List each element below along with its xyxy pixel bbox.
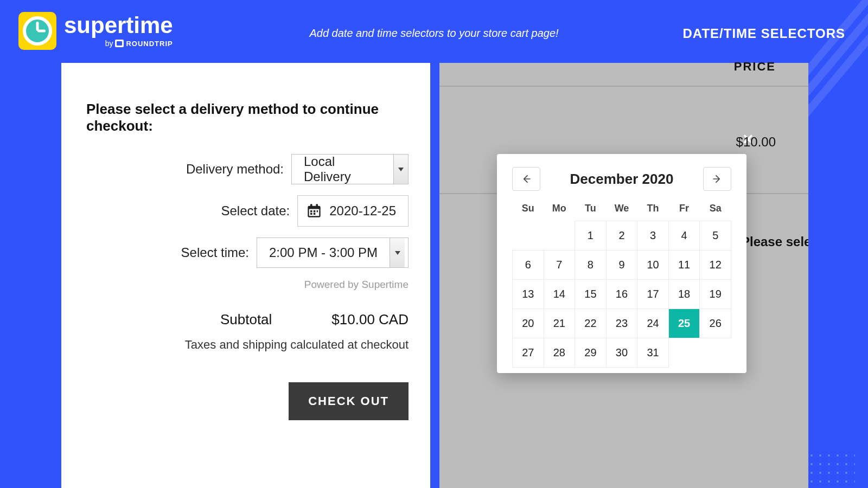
select-time-row: Select time: 2:00 PM - 3:00 PM <box>83 237 409 268</box>
date-picker-popover: December 2020 SuMoTuWeThFrSa 12345678910… <box>497 154 746 373</box>
calendar-day[interactable]: 13 <box>513 280 544 309</box>
taxes-note: Taxes and shipping calculated at checkou… <box>83 338 409 352</box>
next-month-button[interactable] <box>703 167 731 191</box>
truncated-prompt: Please sele <box>741 234 808 249</box>
calendar-day[interactable]: 7 <box>544 251 575 280</box>
calendar-day[interactable]: 24 <box>637 309 669 338</box>
calendar-day[interactable]: 11 <box>668 251 700 280</box>
app-header: supertime by ROUNDTRIP Add date and time… <box>0 0 868 63</box>
subtotal-value: $10.00 CAD <box>331 311 409 328</box>
calendar-blank <box>668 338 700 368</box>
roundtrip-icon <box>115 40 124 47</box>
calendar-day[interactable]: 25 <box>668 309 700 338</box>
brand-name: supertime <box>64 14 173 37</box>
calendar-day[interactable]: 12 <box>700 251 731 280</box>
svg-marker-0 <box>398 168 404 171</box>
calendar-day[interactable]: 28 <box>544 338 575 368</box>
arrow-left-icon <box>521 174 532 184</box>
svg-rect-8 <box>310 213 312 215</box>
svg-rect-7 <box>317 210 318 213</box>
calendar-day[interactable]: 17 <box>637 280 669 309</box>
calendar-day[interactable]: 29 <box>575 338 607 368</box>
calendar-day[interactable]: 16 <box>606 280 637 309</box>
powered-by: Powered by Supertime <box>83 279 409 291</box>
calendar-day[interactable]: 8 <box>575 251 607 280</box>
svg-rect-6 <box>314 210 316 213</box>
calendar-day[interactable]: 23 <box>606 309 637 338</box>
svg-rect-5 <box>310 210 312 213</box>
clock-icon <box>18 12 56 50</box>
brand-byline: by ROUNDTRIP <box>64 39 173 48</box>
calendar-day[interactable]: 5 <box>700 221 731 251</box>
calendar-day[interactable]: 20 <box>513 309 544 338</box>
delivery-method-select[interactable]: Local Delivery <box>291 154 409 184</box>
calendar-day[interactable]: 15 <box>575 280 607 309</box>
svg-rect-9 <box>314 213 316 215</box>
calendar-day[interactable]: 1 <box>575 221 607 251</box>
calendar-day[interactable]: 2 <box>606 221 637 251</box>
price-header: PRICE <box>734 60 776 74</box>
subtotal-row: Subtotal $10.00 CAD <box>83 311 409 328</box>
calendar-day[interactable]: 10 <box>637 251 669 280</box>
calendar-blank <box>700 338 731 368</box>
calendar-day[interactable]: 4 <box>668 221 700 251</box>
date-input[interactable]: 2020-12-25 <box>297 195 409 227</box>
svg-rect-3 <box>310 204 312 207</box>
weekday-header: Fr <box>668 198 700 221</box>
header-section-label: DATE/TIME SELECTORS <box>683 26 845 41</box>
delivery-method-row: Delivery method: Local Delivery <box>83 154 409 184</box>
calendar-day[interactable]: 30 <box>606 338 637 368</box>
calendar-day[interactable]: 19 <box>700 280 731 309</box>
subtotal-label: Subtotal <box>220 311 272 328</box>
checkout-card: Please select a delivery method to conti… <box>61 63 430 488</box>
weekday-header: We <box>606 198 637 221</box>
delivery-method-label: Delivery method: <box>186 162 284 177</box>
svg-marker-10 <box>395 251 400 255</box>
select-date-label: Select date: <box>221 203 290 219</box>
prev-month-button[interactable] <box>512 167 540 191</box>
calendar-day[interactable]: 3 <box>637 221 669 251</box>
calendar-icon <box>307 203 322 219</box>
calendar-grid: SuMoTuWeThFrSa 1234567891011121314151617… <box>512 198 731 368</box>
arrow-right-icon <box>712 174 723 184</box>
svg-rect-2 <box>309 209 320 216</box>
line-item-price: $10.00 <box>736 134 776 150</box>
brand-logo: supertime by ROUNDTRIP <box>18 12 173 50</box>
calendar-day[interactable]: 31 <box>637 338 669 368</box>
time-select[interactable]: 2:00 PM - 3:00 PM <box>257 237 409 268</box>
date-value: 2020-12-25 <box>329 203 396 219</box>
checkout-button[interactable]: CHECK OUT <box>289 382 409 420</box>
delivery-method-value: Local Delivery <box>292 154 393 184</box>
header-tagline: Add date and time selectors to your stor… <box>309 27 558 40</box>
divider <box>439 86 808 87</box>
calendar-day[interactable]: 9 <box>606 251 637 280</box>
weekday-header: Sa <box>700 198 731 221</box>
calendar-day[interactable]: 27 <box>513 338 544 368</box>
chevron-down-icon <box>390 238 405 267</box>
calendar-blank <box>544 221 575 251</box>
calendar-day[interactable]: 18 <box>668 280 700 309</box>
checkout-title: Please select a delivery method to conti… <box>83 101 409 134</box>
select-date-row: Select date: 2020-12-25 <box>83 195 409 227</box>
calendar-month-label: December 2020 <box>570 171 674 188</box>
weekday-header: Su <box>513 198 544 221</box>
weekday-header: Th <box>637 198 669 221</box>
weekday-header: Mo <box>544 198 575 221</box>
svg-rect-4 <box>316 204 318 207</box>
calendar-day[interactable]: 6 <box>513 251 544 280</box>
chevron-down-icon <box>393 155 408 184</box>
time-value: 2:00 PM - 3:00 PM <box>257 245 390 260</box>
calendar-day[interactable]: 26 <box>700 309 731 338</box>
calendar-day[interactable]: 14 <box>544 280 575 309</box>
calendar-day[interactable]: 21 <box>544 309 575 338</box>
calendar-day[interactable]: 22 <box>575 309 607 338</box>
select-time-label: Select time: <box>181 245 249 260</box>
weekday-header: Tu <box>575 198 607 221</box>
calendar-blank <box>513 221 544 251</box>
